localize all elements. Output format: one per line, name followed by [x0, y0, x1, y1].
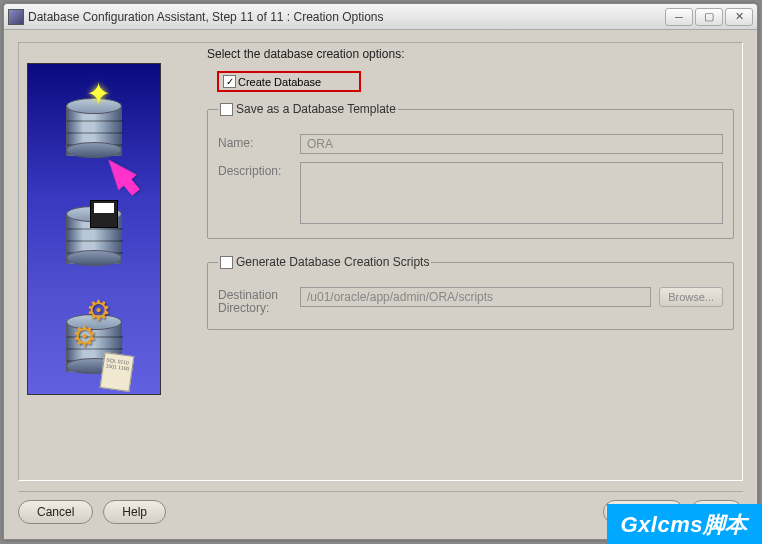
save-template-legend[interactable]: Save as a Database Template — [218, 102, 398, 116]
wizard-sidebar-graphic: ✦ — [27, 63, 161, 395]
main-options-area: Select the database creation options: ✓ … — [207, 47, 734, 476]
template-description-input[interactable] — [300, 162, 723, 224]
description-label: Description: — [218, 162, 300, 178]
browse-button[interactable]: Browse... — [659, 287, 723, 307]
create-database-checkbox[interactable]: ✓ — [223, 75, 236, 88]
destination-directory-input[interactable] — [300, 287, 651, 307]
window-controls: ─ ▢ ✕ — [663, 8, 753, 26]
help-button[interactable]: Help — [103, 500, 166, 524]
destination-label: Destination Directory: — [218, 287, 300, 315]
name-label: Name: — [218, 134, 300, 150]
inner-panel: ✦ — [18, 42, 743, 481]
minimize-button[interactable]: ─ — [665, 8, 693, 26]
gear-icon: ⚙ — [72, 320, 97, 353]
script-icon: SQL 0110 1001 1100 — [100, 352, 135, 392]
app-icon — [8, 9, 24, 25]
content-area: ✦ — [4, 30, 757, 539]
create-database-option[interactable]: ✓ Create Database — [217, 71, 361, 92]
titlebar[interactable]: Database Configuration Assistant, Step 1… — [4, 4, 757, 30]
save-template-label: Save as a Database Template — [236, 102, 396, 116]
generate-scripts-label: Generate Database Creation Scripts — [236, 255, 429, 269]
close-button[interactable]: ✕ — [725, 8, 753, 26]
create-database-label: Create Database — [238, 76, 321, 88]
window-title: Database Configuration Assistant, Step 1… — [28, 10, 663, 24]
save-template-group: Save as a Database Template Name: Descri… — [207, 102, 734, 239]
generate-scripts-checkbox[interactable] — [220, 256, 233, 269]
save-template-checkbox[interactable] — [220, 103, 233, 116]
instruction-text: Select the database creation options: — [207, 47, 734, 61]
maximize-button[interactable]: ▢ — [695, 8, 723, 26]
floppy-icon — [90, 200, 118, 228]
generate-scripts-group: Generate Database Creation Scripts Desti… — [207, 255, 734, 330]
sparkle-icon: ✦ — [86, 76, 116, 106]
template-name-input[interactable] — [300, 134, 723, 154]
watermark: Gxlcms脚本 — [607, 504, 763, 544]
cancel-button[interactable]: Cancel — [18, 500, 93, 524]
dialog-window: Database Configuration Assistant, Step 1… — [3, 3, 758, 540]
generate-scripts-legend[interactable]: Generate Database Creation Scripts — [218, 255, 431, 269]
